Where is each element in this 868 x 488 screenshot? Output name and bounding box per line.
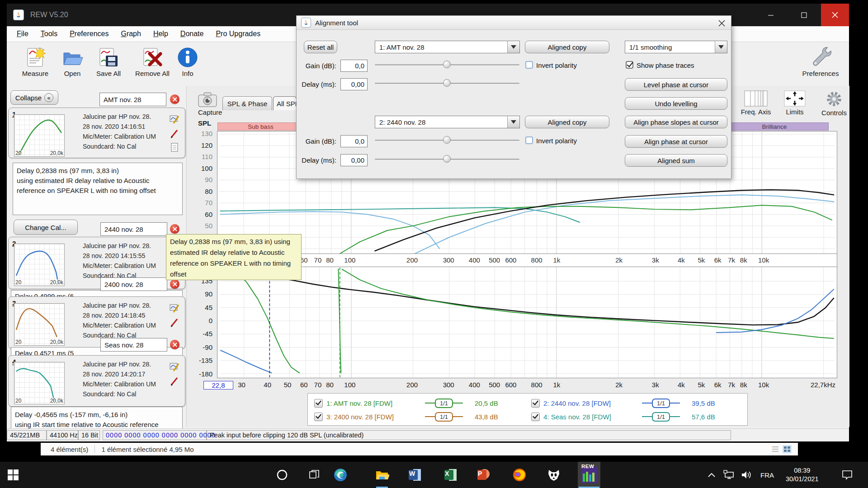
measure-button[interactable]: Measure bbox=[15, 47, 56, 77]
legend-entry-2[interactable]: 2: 2440 nov. 28 [FDW] 1/1 39,5 dB bbox=[531, 397, 715, 409]
smoothing-select[interactable]: 1/1 smoothing bbox=[625, 41, 727, 53]
taskbar-edge-icon[interactable] bbox=[330, 462, 351, 488]
measurement-card-4[interactable]: 4 20 20,0k Jalucine par HP nov. 28.28 no… bbox=[8, 355, 185, 407]
tab-all-spl[interactable]: All SPL bbox=[273, 96, 297, 110]
language-indicator[interactable]: FRA bbox=[760, 462, 774, 488]
menu-item[interactable]: Graph bbox=[121, 30, 141, 38]
dialog-close-icon[interactable] bbox=[717, 18, 726, 28]
gain-input-1[interactable]: 0,0 bbox=[340, 60, 368, 72]
legend-checkbox[interactable] bbox=[314, 399, 323, 408]
taskbar-excel-icon[interactable]: X bbox=[440, 462, 461, 488]
maximize-button[interactable] bbox=[790, 4, 818, 26]
dropdown-arrow-icon[interactable] bbox=[507, 41, 519, 53]
undo-levelling-button[interactable]: Undo levelling bbox=[625, 97, 727, 110]
grid-view-icon[interactable] bbox=[783, 445, 792, 453]
remove-all-button[interactable]: Remove All bbox=[130, 47, 175, 77]
measurement-select-1[interactable]: 1: AMT nov. 28 bbox=[375, 41, 520, 53]
slider-thumb[interactable] bbox=[443, 79, 451, 87]
filter-icon[interactable]: 1/1 bbox=[425, 399, 475, 408]
controls-button[interactable]: Controls bbox=[814, 90, 854, 117]
delay-slider-1[interactable] bbox=[375, 79, 519, 88]
aligned-sum-button[interactable]: Aligned sum bbox=[625, 154, 727, 167]
aligned-copy-button-1[interactable]: Aligned copy bbox=[525, 41, 609, 53]
legend-checkbox[interactable] bbox=[531, 413, 540, 421]
network-status[interactable] bbox=[723, 462, 735, 488]
dropdown-arrow-icon[interactable] bbox=[715, 41, 727, 53]
taskbar-firefox-icon[interactable] bbox=[509, 462, 530, 488]
page-icon[interactable] bbox=[170, 142, 179, 152]
measurement-name-input-2[interactable]: 2440 nov. 28 bbox=[100, 222, 167, 236]
phase-plot[interactable] bbox=[217, 267, 837, 378]
menu-item[interactable]: Donate bbox=[180, 30, 204, 38]
delay-input-1[interactable]: 0,00 bbox=[340, 78, 368, 90]
pencil-icon[interactable] bbox=[170, 129, 179, 139]
measurement-name-input-4[interactable]: Seas nov. 28 bbox=[100, 338, 167, 352]
legend-entry-4[interactable]: 4: Seas nov. 28 [FDW] 1/1 57,6 dB bbox=[531, 411, 715, 422]
taskbar-foobar2000-icon[interactable] bbox=[543, 462, 564, 488]
menu-item[interactable]: Tools bbox=[41, 30, 57, 38]
delay-slider-2[interactable] bbox=[375, 155, 519, 164]
list-view-icon[interactable] bbox=[771, 445, 780, 453]
action-center-button[interactable] bbox=[842, 462, 853, 488]
minimize-button[interactable] bbox=[757, 4, 785, 26]
measurement-select-2[interactable]: 2: 2440 nov. 28 bbox=[375, 116, 520, 128]
collapse-button[interactable]: Collapse « bbox=[10, 90, 58, 105]
tab-spl-phase[interactable]: SPL & Phase bbox=[222, 96, 272, 110]
measurement-name-input-1[interactable]: AMT nov. 28 bbox=[99, 93, 166, 106]
capture-button[interactable]: Capture bbox=[198, 92, 222, 116]
dropdown-arrow-icon[interactable] bbox=[507, 116, 519, 128]
delete-measurement-button-2[interactable] bbox=[170, 224, 179, 234]
info-button[interactable]: Info bbox=[174, 47, 201, 77]
delete-measurement-button-3[interactable] bbox=[170, 279, 179, 289]
invert-polarity-checkbox-2[interactable] bbox=[525, 136, 533, 144]
filter-icon[interactable]: 1/1 bbox=[642, 399, 692, 408]
limits-button[interactable]: Limits bbox=[779, 90, 811, 116]
cortana-button[interactable] bbox=[272, 462, 292, 488]
taskbar-word-icon[interactable]: W bbox=[405, 462, 425, 488]
menu-item[interactable]: Preferences bbox=[70, 30, 108, 38]
legend-checkbox[interactable] bbox=[531, 399, 540, 408]
edit-trace-icon[interactable] bbox=[170, 114, 179, 124]
save-all-button[interactable]: Save All bbox=[89, 47, 128, 77]
measurement-card-1[interactable]: 1 20 20,0k Jalucine par HP nov. 28.28 no… bbox=[8, 108, 185, 158]
slider-thumb[interactable] bbox=[443, 136, 451, 144]
menu-item[interactable]: File bbox=[17, 30, 28, 38]
volume-status[interactable] bbox=[741, 462, 752, 488]
invert-polarity-checkbox-1[interactable] bbox=[525, 61, 533, 69]
slider-thumb[interactable] bbox=[443, 61, 451, 68]
align-phase-at-cursor-button[interactable]: Align phase at cursor bbox=[625, 135, 727, 148]
delay-input-2[interactable]: 0,00 bbox=[340, 154, 368, 166]
delete-measurement-button-4[interactable] bbox=[170, 340, 179, 349]
edit-trace-icon[interactable] bbox=[170, 362, 179, 372]
pencil-icon[interactable] bbox=[170, 318, 179, 328]
pencil-icon[interactable] bbox=[170, 376, 179, 386]
legend-entry-3[interactable]: 3: 2400 nov. 28 [FDW] 1/1 43,8 dB bbox=[314, 411, 498, 422]
slider-thumb[interactable] bbox=[443, 155, 451, 163]
gain-input-2[interactable]: 0,0 bbox=[340, 135, 368, 147]
menu-item[interactable]: Pro Upgrades bbox=[216, 30, 260, 38]
gain-slider-1[interactable] bbox=[375, 60, 519, 69]
clock[interactable]: 08:39 30/01/2021 bbox=[786, 462, 819, 488]
level-phase-at-cursor-button[interactable]: Level phase at cursor bbox=[625, 78, 727, 91]
change-cal-button[interactable]: Change Cal... bbox=[14, 220, 78, 235]
reset-all-button[interactable]: Reset all bbox=[304, 41, 337, 53]
tray-chevron[interactable] bbox=[708, 462, 716, 488]
taskbar-powerpoint-icon[interactable]: P bbox=[473, 462, 494, 488]
preferences-button[interactable]: Preferences bbox=[796, 45, 845, 77]
gain-slider-2[interactable] bbox=[375, 136, 519, 145]
legend-checkbox[interactable] bbox=[314, 413, 323, 421]
align-phase-slopes-button[interactable]: Align phase slopes at cursor bbox=[625, 116, 727, 128]
open-button[interactable]: Open bbox=[54, 47, 90, 77]
delete-measurement-button-1[interactable] bbox=[170, 94, 179, 104]
legend-entry-1[interactable]: 1: AMT nov. 28 [FDW] 1/1 20,5 dB bbox=[314, 397, 498, 409]
filter-icon[interactable]: 1/1 bbox=[642, 412, 692, 422]
taskbar-rew-icon[interactable]: REW bbox=[578, 462, 600, 488]
close-button[interactable] bbox=[821, 4, 849, 26]
freq-axis-button[interactable]: Freq. Axis bbox=[736, 90, 776, 116]
edit-trace-icon[interactable] bbox=[170, 303, 179, 313]
task-view-button[interactable] bbox=[304, 462, 325, 488]
aligned-copy-button-2[interactable]: Aligned copy bbox=[525, 116, 609, 128]
taskbar-explorer-icon[interactable] bbox=[372, 462, 392, 488]
menu-item[interactable]: Help bbox=[153, 30, 168, 38]
show-phase-traces-checkbox[interactable] bbox=[626, 61, 633, 69]
